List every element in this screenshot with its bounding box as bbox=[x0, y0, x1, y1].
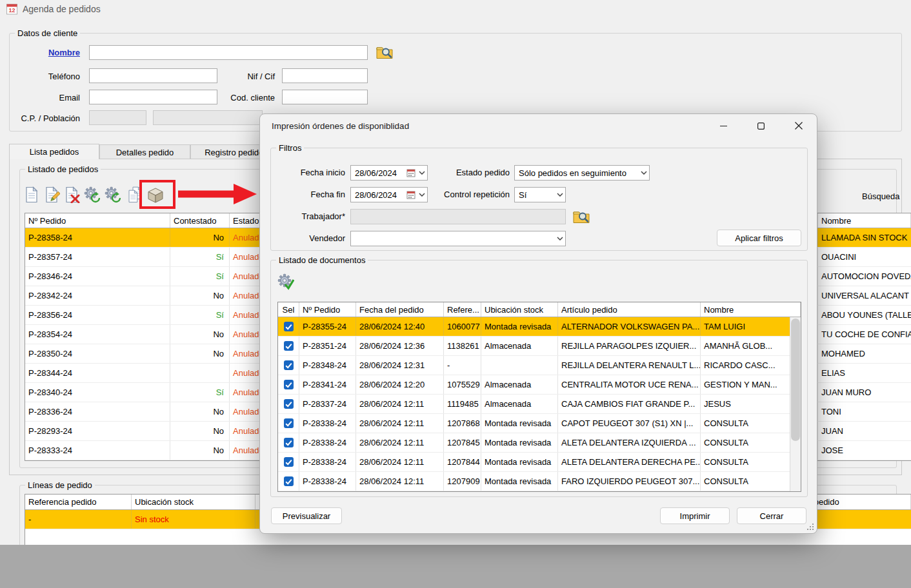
checkbox-checked-icon[interactable] bbox=[284, 476, 294, 486]
line-ubicacion: Sin stock bbox=[132, 510, 255, 529]
column-header-ubicacion[interactable]: Ubicación stock bbox=[132, 495, 255, 509]
trabajador-search-button[interactable] bbox=[573, 209, 590, 224]
poblacion-input[interactable] bbox=[153, 110, 263, 125]
column-header-fecha[interactable]: Fecha del pedido bbox=[356, 302, 444, 317]
control-repeticion-value: Sí bbox=[515, 190, 555, 200]
nombre-input[interactable] bbox=[89, 45, 368, 60]
process-orders-button[interactable] bbox=[84, 186, 101, 203]
edit-order-button[interactable] bbox=[43, 186, 60, 203]
column-header-ubicacion[interactable]: Ubicación stock bbox=[481, 302, 558, 317]
document-row[interactable]: P-28351-24 28/06/2024 12:36 1138261 Alma… bbox=[278, 337, 801, 356]
vertical-scrollbar[interactable] bbox=[790, 317, 801, 491]
documents-groupbox: Listado de documentos Sel Nº Pedido Fech… bbox=[270, 260, 808, 497]
app-title: Agenda de pedidos bbox=[23, 4, 101, 14]
document-row[interactable]: P-28348-24 28/06/2024 12:31 - REJILLA DE… bbox=[278, 356, 801, 375]
column-header-pedido[interactable]: Nº Pedido bbox=[299, 302, 356, 317]
document-row[interactable]: P-28338-24 28/06/2024 12:11 1207909 Mont… bbox=[278, 472, 801, 491]
order-contestado: No bbox=[170, 441, 230, 460]
checkbox-checked-icon[interactable] bbox=[284, 380, 294, 389]
column-header-nombre[interactable]: Nombre bbox=[818, 213, 911, 228]
doc-referencia: 1075529 bbox=[444, 375, 481, 394]
order-nombre: ABOU YOUNES (TALLER bbox=[818, 306, 911, 324]
document-row[interactable]: P-28338-24 28/06/2024 12:11 1207868 Mont… bbox=[278, 414, 801, 433]
tab-detalles-pedido[interactable]: Detalles pedido bbox=[99, 144, 190, 159]
tab-detalles-pedido-label: Detalles pedido bbox=[116, 148, 174, 157]
document-row[interactable]: P-28355-24 28/06/2024 12:40 1060077 Mont… bbox=[278, 317, 801, 337]
update-gear-icon bbox=[105, 186, 121, 203]
dialog-titlebar[interactable]: Impresión órdenes de disponiblidad bbox=[260, 114, 817, 137]
resize-grip[interactable] bbox=[806, 523, 814, 533]
column-header-articulo[interactable]: Artículo pedido bbox=[558, 302, 701, 317]
document-row[interactable]: P-28337-24 28/06/2024 12:11 1119485 Alma… bbox=[278, 395, 801, 414]
order-nombre: TU COCHE DE CONFIAN bbox=[818, 325, 911, 344]
close-icon bbox=[795, 122, 803, 130]
column-header-contestado[interactable]: Contestado bbox=[170, 213, 230, 228]
document-row[interactable]: P-28341-24 28/06/2024 12:20 1075529 Alma… bbox=[278, 375, 801, 395]
cod-cliente-input[interactable] bbox=[282, 90, 368, 104]
email-input[interactable] bbox=[89, 90, 217, 104]
doc-fecha: 28/06/2024 12:31 bbox=[356, 356, 444, 375]
fecha-fin-picker[interactable]: 28/06/2024 bbox=[350, 187, 428, 202]
vendedor-select[interactable] bbox=[350, 231, 566, 246]
doc-pedido: P-28338-24 bbox=[299, 472, 356, 491]
doc-pedido: P-28355-24 bbox=[299, 317, 356, 336]
imprimir-button[interactable]: Imprimir bbox=[660, 507, 730, 524]
delete-order-button[interactable] bbox=[63, 186, 80, 203]
doc-nombre: TAM LUIGI bbox=[701, 317, 801, 336]
doc-referencia: 1207844 bbox=[444, 453, 481, 471]
cerrar-button[interactable]: Cerrar bbox=[737, 507, 806, 524]
doc-articulo: REJILLA DELANTERA RENAULT L... bbox=[558, 356, 701, 375]
checkbox-checked-icon[interactable] bbox=[284, 399, 294, 409]
tab-lista-pedidos[interactable]: Lista pedidos bbox=[9, 144, 99, 159]
estado-pedido-select[interactable]: Sólo pedidos en seguimiento bbox=[514, 165, 650, 181]
column-header-referencia[interactable]: Refere... bbox=[444, 302, 481, 317]
maximize-button[interactable] bbox=[748, 116, 774, 135]
cp-input[interactable] bbox=[89, 110, 146, 125]
doc-fecha: 28/06/2024 12:11 bbox=[356, 453, 444, 471]
estado-pedido-label: Estado pedido bbox=[426, 168, 510, 177]
previsualizar-button[interactable]: Previsualizar bbox=[271, 507, 342, 524]
column-header-nombre[interactable]: Nombre bbox=[701, 302, 801, 317]
order-contestado: Sí bbox=[170, 383, 230, 402]
doc-ubicacion: Montada revisada bbox=[481, 433, 558, 452]
minimize-button[interactable] bbox=[710, 116, 736, 135]
checkbox-checked-icon[interactable] bbox=[284, 438, 294, 447]
document-row[interactable]: P-28338-24 28/06/2024 12:11 1207845 Mont… bbox=[278, 433, 801, 453]
new-order-button[interactable] bbox=[23, 186, 40, 203]
column-header-pedido[interactable]: Nº Pedido bbox=[25, 213, 170, 228]
close-button[interactable] bbox=[786, 116, 812, 135]
checkbox-checked-icon[interactable] bbox=[284, 457, 294, 467]
checkbox-checked-icon[interactable] bbox=[284, 341, 294, 351]
nif-input[interactable] bbox=[282, 68, 368, 83]
order-nombre: OUACINI bbox=[818, 248, 911, 266]
doc-articulo: ALTERNADOR VOLKSWAGEN PA... bbox=[558, 317, 701, 336]
client-search-button[interactable] bbox=[376, 44, 393, 60]
doc-ubicacion: Almacenada bbox=[481, 375, 558, 394]
trabajador-input[interactable] bbox=[350, 209, 566, 224]
fecha-inicio-label: Fecha inicio bbox=[271, 168, 345, 177]
aplicar-filtros-button[interactable]: Aplicar filtros bbox=[717, 230, 801, 246]
scrollbar-thumb[interactable] bbox=[791, 318, 800, 441]
fecha-inicio-picker[interactable]: 28/06/2024 bbox=[350, 165, 428, 181]
telefono-input[interactable] bbox=[89, 68, 217, 83]
nombre-label[interactable]: Nombre bbox=[13, 48, 80, 57]
doc-pedido: P-28348-24 bbox=[299, 356, 356, 375]
control-repeticion-select[interactable]: Sí bbox=[514, 187, 566, 202]
update-orders-button[interactable] bbox=[105, 186, 121, 203]
column-header-sel[interactable]: Sel bbox=[278, 302, 299, 317]
select-all-button[interactable] bbox=[277, 273, 294, 290]
checkbox-checked-icon[interactable] bbox=[284, 322, 294, 331]
document-row[interactable]: P-28338-24 28/06/2024 12:11 1207844 Mont… bbox=[278, 453, 801, 472]
column-header-referencia[interactable]: Referencia pedido bbox=[25, 495, 132, 509]
doc-pedido: P-28351-24 bbox=[299, 337, 356, 355]
order-pedido: P-28344-24 bbox=[25, 364, 170, 382]
order-pedido: P-28346-24 bbox=[25, 267, 170, 286]
screen: 12 Agenda de pedidos Datos de cliente No… bbox=[0, 0, 911, 588]
checkbox-checked-icon[interactable] bbox=[284, 418, 294, 428]
order-nombre: JUAN bbox=[818, 422, 911, 440]
checkbox-checked-icon[interactable] bbox=[284, 360, 294, 370]
doc-ubicacion: Montada revisada bbox=[481, 414, 558, 433]
doc-referencia: 1060077 bbox=[444, 317, 481, 336]
tab-lista-pedidos-label: Lista pedidos bbox=[30, 147, 79, 157]
empty-grid-area bbox=[0, 545, 911, 588]
